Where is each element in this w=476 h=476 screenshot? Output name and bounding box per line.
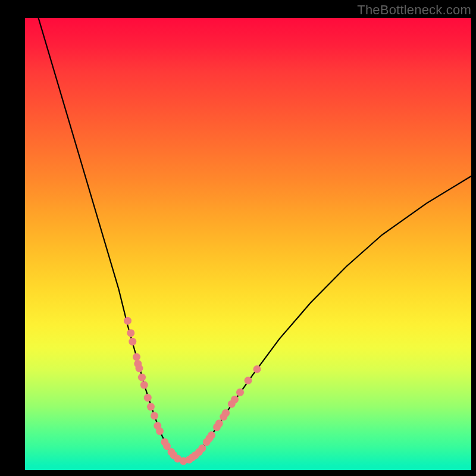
marker-dot — [236, 389, 244, 396]
marker-dot — [140, 381, 148, 389]
marker-dot — [127, 329, 134, 337]
marker-dot — [222, 409, 230, 417]
marker-dot — [144, 394, 152, 402]
marker-dot — [156, 427, 164, 435]
marker-dot — [147, 403, 155, 411]
marker-dot — [198, 444, 206, 452]
marker-dots — [124, 317, 261, 465]
marker-dot — [133, 353, 140, 361]
bottleneck-curve — [25, 0, 471, 461]
curve-layer — [25, 18, 471, 470]
marker-dot — [253, 365, 261, 373]
marker-dot — [136, 365, 143, 372]
marker-dot — [124, 317, 131, 325]
marker-dot — [245, 377, 252, 384]
watermark-text: TheBottleneck.com — [357, 2, 471, 18]
marker-dot — [208, 431, 215, 439]
marker-dot — [129, 338, 136, 346]
chart-frame: TheBottleneck.com — [0, 0, 476, 476]
plot-area — [25, 18, 471, 470]
marker-dot — [138, 374, 146, 381]
marker-dot — [215, 419, 223, 427]
marker-dot — [231, 396, 239, 403]
marker-dot — [151, 412, 158, 419]
